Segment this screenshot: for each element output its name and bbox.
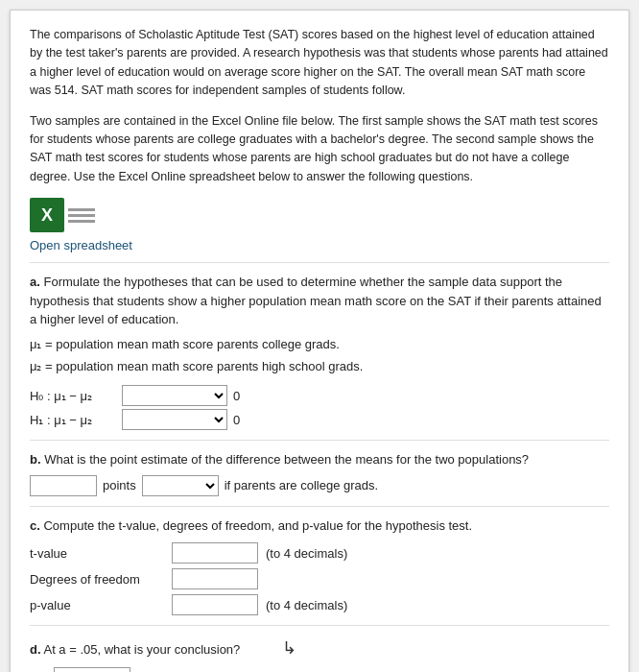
- point-estimate-row: points higher lower if parents are colle…: [30, 475, 609, 496]
- h1-zero: 0: [233, 413, 240, 427]
- open-spreadsheet-link[interactable]: Open spreadsheet: [30, 238, 132, 252]
- conclusion-select[interactable]: do not do: [54, 667, 130, 672]
- excel-container: X: [30, 198, 609, 232]
- section-a-label: a. Formulate the hypotheses that can be …: [30, 273, 609, 329]
- tvalue-row: t-value (to 4 decimals): [30, 542, 609, 564]
- pvalue-input[interactable]: [172, 594, 258, 615]
- df-row: Degrees of freedom: [30, 568, 609, 589]
- h0-label: H₀ : μ₁ − μ₂: [30, 389, 116, 403]
- df-input[interactable]: [172, 568, 258, 589]
- tvalue-input[interactable]: [172, 542, 258, 564]
- intro-paragraph2: Two samples are contained in the Excel O…: [30, 112, 609, 187]
- mu1-definition: μ₁ = population mean math score parents …: [30, 335, 609, 355]
- mu2-definition: μ₂ = population mean math score parents …: [30, 357, 609, 377]
- excel-icon: X: [30, 198, 64, 232]
- tvalue-decimals: (to 4 decimals): [266, 546, 347, 561]
- intro-paragraph1: The comparisons of Scholastic Aptitude T…: [30, 26, 609, 101]
- pvalue-row: p-value (to 4 decimals): [30, 594, 609, 615]
- h0-zero: 0: [233, 389, 240, 403]
- compute-section: t-value (to 4 decimals) Degrees of freed…: [30, 542, 609, 615]
- main-page: The comparisons of Scholastic Aptitude T…: [10, 10, 629, 672]
- conclusion-row: We do not do reject H₀.: [30, 667, 609, 672]
- section-d-label: d. At a = .05, what is your conclusion? …: [30, 636, 609, 661]
- h0-operator-select[interactable]: ≤ ≥ = < > ≠: [122, 385, 227, 406]
- h1-label: H₁ : μ₁ − μ₂: [30, 413, 116, 427]
- tvalue-label: t-value: [30, 546, 164, 561]
- pvalue-decimals: (to 4 decimals): [266, 598, 347, 612]
- section-b-label: b. What is the point estimate of the dif…: [30, 450, 609, 469]
- section-d: d. At a = .05, what is your conclusion? …: [30, 636, 609, 672]
- df-label: Degrees of freedom: [30, 572, 164, 587]
- cursor-icon: ↳: [282, 638, 296, 658]
- point-estimate-input[interactable]: [30, 475, 97, 496]
- pvalue-label: p-value: [30, 598, 164, 612]
- h1-operator-select[interactable]: ≤ ≥ = < > ≠: [122, 409, 227, 430]
- excel-lines-icon: [68, 208, 95, 223]
- h0-row: H₀ : μ₁ − μ₂ ≤ ≥ = < > ≠ 0: [30, 385, 609, 406]
- points-direction-select[interactable]: higher lower: [142, 475, 219, 496]
- section-c-label: c. Compute the t-value, degrees of freed…: [30, 516, 609, 536]
- h1-row: H₁ : μ₁ − μ₂ ≤ ≥ = < > ≠ 0: [30, 409, 609, 430]
- if-parents-label: if parents are college grads.: [225, 478, 378, 492]
- points-label: points: [103, 478, 136, 492]
